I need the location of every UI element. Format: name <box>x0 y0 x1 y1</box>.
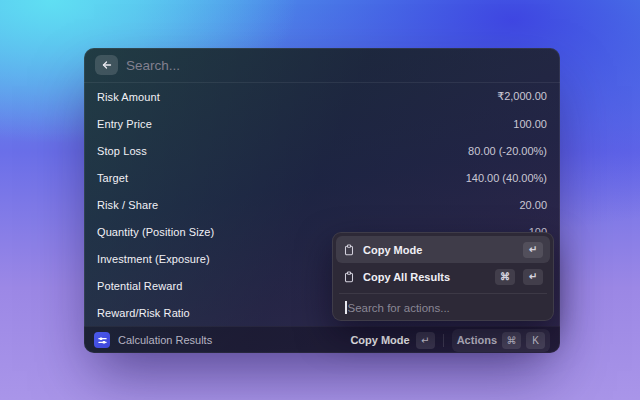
actions-label: Actions <box>457 334 497 346</box>
result-value: 20.00 <box>519 199 547 211</box>
result-label: Investment (Exposure) <box>97 253 210 265</box>
menu-item-copy-mode[interactable]: Copy Mode ↵ <box>336 236 550 263</box>
status-source-label: Calculation Results <box>118 334 212 346</box>
return-key-badge: ↵ <box>416 332 435 349</box>
result-label: Quantity (Position Size) <box>97 226 214 238</box>
status-bar-divider <box>443 334 444 347</box>
result-label: Reward/Risk Ratio <box>97 307 190 319</box>
action-search-field[interactable] <box>336 294 550 321</box>
back-button[interactable] <box>95 55 118 75</box>
primary-action-button[interactable]: Copy Mode ↵ <box>350 332 434 349</box>
desktop-background: Risk Amount ₹2,000.00 Entry Price 100.00… <box>0 0 640 400</box>
result-label: Risk / Share <box>97 199 158 211</box>
result-label: Potential Reward <box>97 280 182 292</box>
menu-item-label: Copy Mode <box>363 244 422 256</box>
menu-item-copy-all-results[interactable]: Copy All Results ⌘ ↵ <box>336 263 550 290</box>
k-key-badge: K <box>526 332 545 349</box>
return-key-badge: ↵ <box>523 269 543 285</box>
list-item[interactable]: Risk / Share 20.00 <box>84 191 560 218</box>
action-search-input[interactable] <box>348 302 542 314</box>
text-caret <box>345 301 347 314</box>
result-value: 140.00 (40.00%) <box>466 172 547 184</box>
result-label: Target <box>97 172 128 184</box>
result-value: 80.00 (-20.00%) <box>468 145 547 157</box>
result-label: Risk Amount <box>97 91 160 103</box>
launcher-window: Risk Amount ₹2,000.00 Entry Price 100.00… <box>84 48 560 353</box>
arrow-left-icon <box>101 59 113 71</box>
list-item[interactable]: Entry Price 100.00 <box>84 110 560 137</box>
actions-button[interactable]: Actions ⌘ K <box>452 329 550 352</box>
command-key-badge: ⌘ <box>495 269 515 285</box>
list-item[interactable]: Target 140.00 (40.00%) <box>84 164 560 191</box>
list-item[interactable]: Stop Loss 80.00 (-20.00%) <box>84 137 560 164</box>
result-label: Stop Loss <box>97 145 147 157</box>
result-value: 100.00 <box>513 118 547 130</box>
clipboard-icon <box>343 244 355 256</box>
return-key-badge: ↵ <box>523 242 543 258</box>
search-input[interactable] <box>126 58 549 73</box>
primary-action-label: Copy Mode <box>350 334 409 346</box>
search-bar <box>84 48 560 83</box>
command-key-badge: ⌘ <box>502 332 521 349</box>
action-menu-popup: Copy Mode ↵ Copy All Results ⌘ ↵ <box>332 232 554 321</box>
status-bar: Calculation Results Copy Mode ↵ Actions … <box>84 326 560 353</box>
result-label: Entry Price <box>97 118 152 130</box>
list-item[interactable]: Risk Amount ₹2,000.00 <box>84 83 560 110</box>
menu-item-label: Copy All Results <box>363 271 450 283</box>
result-value: ₹2,000.00 <box>497 90 547 103</box>
clipboard-icon <box>343 271 355 283</box>
sliders-extension-icon <box>94 332 110 348</box>
